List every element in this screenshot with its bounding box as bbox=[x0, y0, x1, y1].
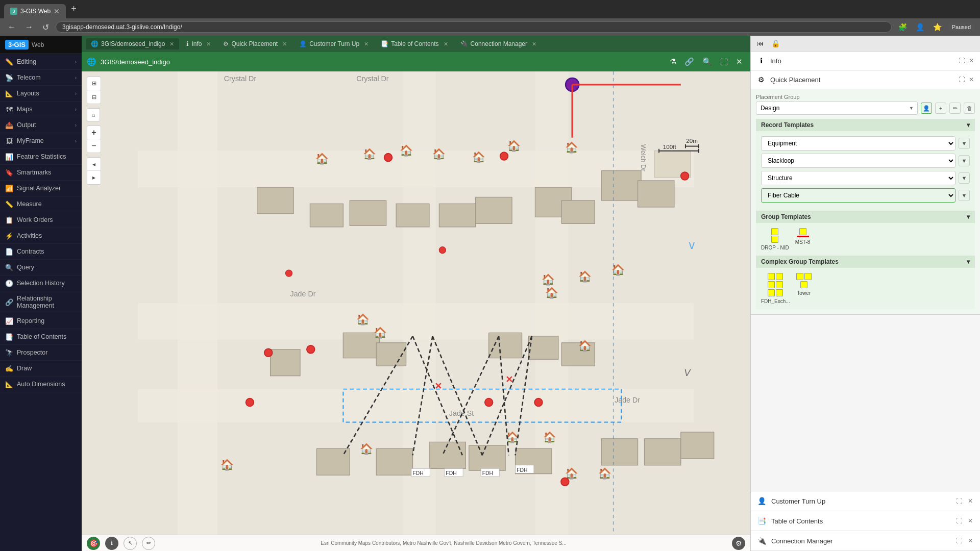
zoom-in-button[interactable]: + bbox=[87, 126, 101, 139]
sidebar-item-smartmarks[interactable]: 🔖Smartmarks bbox=[0, 165, 82, 181]
sidebar-item-activities[interactable]: ⚡Activities bbox=[0, 228, 82, 244]
map-filter-button[interactable]: ⚗ bbox=[667, 56, 679, 68]
ctu-expand-btn[interactable]: ⛶ bbox=[954, 496, 964, 506]
placement-group-select[interactable]: Design bbox=[756, 102, 918, 115]
app-tab-ctu-close[interactable]: ✕ bbox=[364, 41, 369, 47]
extensions-button[interactable]: 🧩 bbox=[896, 20, 910, 34]
complex-group-templates-header[interactable]: Complex Group Templates ▾ bbox=[756, 256, 975, 268]
pg-edit-btn[interactable]: ✏ bbox=[949, 103, 961, 114]
user-profile-button[interactable]: 👤 bbox=[913, 20, 927, 34]
forward-button[interactable]: → bbox=[22, 21, 36, 33]
sidebar-item-prospector[interactable]: 🔭Prospector bbox=[0, 345, 82, 361]
info-section-title: Info bbox=[770, 57, 953, 65]
mst8-template[interactable]: MST-8 bbox=[795, 228, 810, 251]
app-tab-toc[interactable]: 📑 Table of Contents ✕ bbox=[376, 38, 453, 49]
layers-control-btn[interactable]: ⊟ bbox=[87, 90, 101, 104]
sidebar-item-table-of-contents[interactable]: 📑Table of Contents bbox=[0, 329, 82, 345]
tab-close-btn[interactable]: ✕ bbox=[54, 7, 60, 15]
structure-template-select[interactable]: Structure bbox=[761, 171, 955, 185]
map-close-button[interactable]: ✕ bbox=[733, 56, 745, 68]
sidebar-item-output[interactable]: 📤Output › bbox=[0, 117, 82, 133]
tower-template[interactable]: Tower bbox=[796, 273, 812, 304]
app-tab-toc-close[interactable]: ✕ bbox=[444, 41, 448, 47]
fdh-exch-template[interactable]: FDH_Exch... bbox=[761, 273, 790, 304]
toc-expand-btn[interactable]: ⛶ bbox=[954, 516, 964, 525]
ctu-close-btn[interactable]: ✕ bbox=[966, 496, 975, 506]
sidebar-item-feature-statistics[interactable]: 📊Feature Statistics bbox=[0, 149, 82, 165]
app-tab-indigo-close[interactable]: ✕ bbox=[169, 41, 174, 47]
address-bar[interactable] bbox=[56, 21, 892, 33]
group-templates-header[interactable]: Group Templates ▾ bbox=[756, 211, 975, 223]
new-tab-button[interactable]: + bbox=[67, 4, 81, 14]
quick-placement-section: ⚙ Quick Placement ⛶ ✕ Placement Group De… bbox=[751, 70, 980, 315]
structure-dropdown-btn[interactable]: ▼ bbox=[959, 172, 970, 184]
slackloop-dropdown-btn[interactable]: ▼ bbox=[959, 155, 970, 166]
equipment-dropdown-btn[interactable]: ▼ bbox=[959, 138, 970, 149]
sidebar-item-draw[interactable]: ✍Draw bbox=[0, 361, 82, 377]
map-expand-button[interactable]: ⛶ bbox=[718, 56, 730, 68]
svg-point-66 bbox=[285, 270, 292, 277]
equipment-template-select[interactable]: Equipment bbox=[761, 136, 955, 151]
map-draw-btn[interactable]: ✏ bbox=[142, 537, 155, 550]
back-button[interactable]: ← bbox=[5, 21, 18, 33]
map-search-button[interactable]: 🔍 bbox=[700, 56, 715, 68]
info-expand-btn[interactable]: ⛶ bbox=[958, 56, 966, 65]
pg-delete-btn[interactable]: 🗑 bbox=[964, 103, 975, 114]
sidebar-item-query[interactable]: 🔍Query bbox=[0, 260, 82, 276]
app-tab-indigo[interactable]: 🌐 3GIS/demoseed_indigo ✕ bbox=[86, 38, 179, 49]
app-tab-info-close[interactable]: ✕ bbox=[206, 41, 211, 47]
sidebar-item-selection-history[interactable]: 🕐Selection History bbox=[0, 276, 82, 291]
sidebar-item-layouts[interactable]: 📐Layouts › bbox=[0, 86, 82, 102]
bookmark-control-btn[interactable]: ⊞ bbox=[87, 77, 101, 90]
rp-back-button[interactable]: ⏮ bbox=[755, 38, 766, 48]
app-tab-quick-placement[interactable]: ⚙ Quick Placement ✕ bbox=[218, 38, 292, 49]
map-settings-btn[interactable]: ⚙ bbox=[732, 537, 745, 550]
zoom-out-button[interactable]: − bbox=[87, 139, 101, 153]
sidebar-item-telecom[interactable]: 📡Telecom › bbox=[0, 70, 82, 86]
app-tab-connection-manager[interactable]: 🔌 Connection Manager ✕ bbox=[455, 38, 542, 49]
app-tab-qp-close[interactable]: ✕ bbox=[282, 41, 287, 47]
refresh-button[interactable]: ↺ bbox=[40, 21, 52, 33]
drop-nid-template[interactable]: DROP - NID bbox=[761, 228, 789, 251]
toc-close-btn[interactable]: ✕ bbox=[966, 516, 975, 525]
sidebar-item-reporting[interactable]: 📈Reporting bbox=[0, 313, 82, 329]
pg-user-btn[interactable]: 👤 bbox=[921, 103, 932, 114]
qp-expand-btn[interactable]: ⛶ bbox=[958, 75, 966, 84]
fiber-cable-dropdown-btn[interactable]: ▼ bbox=[959, 190, 970, 201]
pan-left-button[interactable]: ◂ bbox=[87, 158, 101, 171]
sidebar-item-measure[interactable]: 📏Measure bbox=[0, 196, 82, 212]
right-panel: ⏮ 🔒 ℹ Info ⛶ ✕ ⚙ Quick Placement ⛶ ✕ bbox=[750, 36, 980, 551]
fiber-cable-template-select[interactable]: Fiber Cable bbox=[761, 188, 955, 203]
map-link-button[interactable]: 🔗 bbox=[682, 56, 697, 68]
sidebar-item-myframe[interactable]: 🖼MyFrame › bbox=[0, 133, 82, 149]
app-tab-info[interactable]: ℹ Info ✕ bbox=[181, 38, 216, 49]
map-locate-button[interactable]: 🎯 bbox=[87, 537, 100, 550]
sidebar-item-signal-analyzer[interactable]: 📶Signal Analyzer bbox=[0, 181, 82, 196]
sidebar-item-maps[interactable]: 🗺Maps › bbox=[0, 102, 82, 117]
home-control-btn[interactable]: ⌂ bbox=[87, 108, 100, 121]
record-templates-header[interactable]: Record Templates ▾ bbox=[756, 119, 975, 131]
qp-close-btn[interactable]: ✕ bbox=[968, 75, 975, 84]
pg-add-btn[interactable]: + bbox=[935, 103, 946, 114]
sidebar-item-work-orders[interactable]: 📋Work Orders bbox=[0, 212, 82, 228]
sidebar-item-contracts[interactable]: 📄Contracts bbox=[0, 244, 82, 260]
drop-nid-icon bbox=[771, 228, 778, 243]
slackloop-template-select[interactable]: Slackloop bbox=[761, 154, 955, 168]
app-tab-customer-turn-up[interactable]: 👤 Customer Turn Up ✕ bbox=[294, 38, 374, 49]
rp-lock-button[interactable]: 🔒 bbox=[769, 38, 782, 48]
sidebar-item-auto-dimensions[interactable]: 📐Auto Dimensions bbox=[0, 377, 82, 392]
app-tab-cm-close[interactable]: ✕ bbox=[532, 41, 536, 47]
cm-close-btn[interactable]: ✕ bbox=[966, 536, 975, 545]
map-container[interactable]: Crystal Dr Crystal Dr Welch Dr Jade Dr J… bbox=[82, 52, 750, 551]
pan-right-button[interactable]: ▸ bbox=[87, 171, 101, 184]
qp-section-header[interactable]: ⚙ Quick Placement ⛶ ✕ bbox=[751, 70, 980, 89]
cm-expand-btn[interactable]: ⛶ bbox=[954, 536, 964, 545]
map-cursor-btn[interactable]: ↖ bbox=[124, 537, 137, 550]
info-section-header[interactable]: ℹ Info ⛶ ✕ bbox=[751, 52, 980, 70]
bookmark-button[interactable]: ⭐ bbox=[930, 20, 945, 34]
info-close-btn[interactable]: ✕ bbox=[968, 56, 975, 65]
sidebar-item-editing[interactable]: ✏️Editing › bbox=[0, 54, 82, 70]
browser-tab-3gis[interactable]: 3 3-GIS Web ✕ bbox=[4, 4, 66, 18]
sidebar-item-relationship-management[interactable]: 🔗Relationship Management bbox=[0, 291, 82, 313]
map-info-button[interactable]: ℹ bbox=[105, 537, 118, 550]
